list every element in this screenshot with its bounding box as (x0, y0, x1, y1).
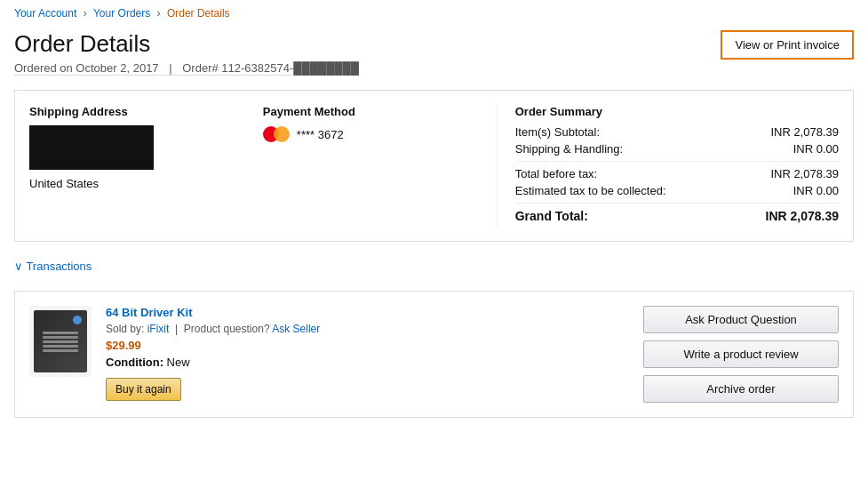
meta-sep: | (169, 61, 171, 75)
archive-order-button[interactable]: Archive order (643, 375, 839, 403)
tax-value: INR 0.00 (793, 184, 839, 197)
buy-again-button[interactable]: Buy it again (106, 378, 181, 401)
tax-label: Estimated tax to be collected: (515, 184, 666, 197)
condition-label: Condition: (106, 356, 163, 369)
subtotal-label: Item(s) Subtotal: (515, 125, 600, 139)
bit-4 (43, 345, 78, 348)
transactions-label: Transactions (26, 260, 92, 273)
transactions-link[interactable]: ∨ Transactions (14, 260, 92, 273)
breadcrumb-sep-2: › (157, 7, 163, 20)
transactions-chevron: ∨ (14, 260, 23, 273)
summary-column: Order Summary Item(s) Subtotal: INR 2,07… (497, 105, 839, 227)
order-number-label: Order# (182, 61, 218, 75)
grand-total-label: Grand Total: (515, 209, 588, 223)
shipping-column: Shipping Address United States (29, 105, 263, 227)
product-name[interactable]: 64 Bit Driver Kit (106, 306, 193, 319)
product-image-wrapper (29, 306, 92, 377)
shipping-country: United States (29, 177, 245, 190)
transactions-section: ∨ Transactions (14, 252, 854, 280)
payment-column: Payment Method **** 3672 (263, 105, 497, 227)
shipping-address-redacted (29, 125, 154, 170)
ask-seller-link[interactable]: Ask Seller (272, 323, 320, 335)
mc-yellow-circle (274, 126, 290, 142)
ordered-on: Ordered on October 2, 2017 (14, 61, 159, 75)
shipping-value: INR 0.00 (793, 142, 839, 156)
summary-row-subtotal: Item(s) Subtotal: INR 2,078.39 (515, 125, 839, 139)
summary-divider-2 (515, 203, 839, 204)
order-number-value: 112-6382574-████████ (221, 61, 359, 75)
bit-3 (43, 340, 78, 343)
product-image (34, 310, 87, 372)
payment-title: Payment Method (263, 105, 479, 118)
page-title: Order Details (14, 30, 359, 58)
invoice-button[interactable]: View or Print invoice (721, 30, 854, 60)
breadcrumb: Your Account › Your Orders › Order Detai… (0, 0, 868, 23)
product-section: 64 Bit Driver Kit Sold by: iFixit | Prod… (14, 291, 854, 418)
order-info-section: Shipping Address United States Payment M… (14, 90, 854, 242)
condition-value: New (167, 356, 190, 369)
ask-question-button[interactable]: Ask Product Question (643, 306, 839, 333)
order-meta: Ordered on October 2, 2017 | Order# 112-… (14, 58, 359, 76)
product-price: $29.99 (106, 339, 629, 352)
bit-1 (43, 332, 78, 334)
breadcrumb-account[interactable]: Your Account (14, 7, 76, 20)
subtotal-value: INR 2,078.39 (770, 125, 839, 139)
summary-row-shipping: Shipping & Handling: INR 0.00 (515, 142, 839, 156)
page-header: Order Details Ordered on October 2, 2017… (0, 23, 868, 79)
card-last4: **** 3672 (297, 128, 344, 141)
shipping-label: Shipping & Handling: (515, 142, 623, 156)
product-image-accent (73, 316, 82, 324)
pretax-label: Total before tax: (515, 167, 598, 180)
mastercard-icon (263, 125, 290, 143)
seller-link[interactable]: iFixit (147, 323, 170, 335)
write-review-button[interactable]: Write a product review (643, 340, 839, 368)
product-question-label: Product question? (184, 323, 270, 335)
summary-row-grand-total: Grand Total: INR 2,078.39 (515, 209, 839, 223)
breadcrumb-orders[interactable]: Your Orders (93, 7, 150, 20)
grand-total-value: INR 2,078.39 (766, 209, 840, 223)
product-condition: Condition: New (106, 356, 629, 369)
product-actions: Ask Product Question Write a product rev… (643, 306, 839, 403)
bit-2 (43, 336, 78, 339)
breadcrumb-current: Order Details (167, 7, 230, 20)
bit-5 (43, 349, 78, 352)
breadcrumb-sep-1: › (84, 7, 90, 20)
summary-title: Order Summary (515, 105, 839, 118)
page-title-group: Order Details Ordered on October 2, 2017… (14, 30, 359, 76)
summary-divider-1 (515, 161, 839, 162)
order-number: Order# 112-6382574-████████ (182, 61, 359, 75)
summary-row-tax: Estimated tax to be collected: INR 0.00 (515, 184, 839, 197)
payment-row: **** 3672 (263, 125, 479, 143)
pretax-value: INR 2,078.39 (770, 167, 839, 180)
sold-by-label: Sold by: (106, 323, 144, 335)
summary-row-pretax: Total before tax: INR 2,078.39 (515, 167, 839, 180)
sold-by-row: Sold by: iFixit | Product question? Ask … (106, 323, 629, 335)
product-details: 64 Bit Driver Kit Sold by: iFixit | Prod… (106, 306, 629, 401)
shipping-title: Shipping Address (29, 105, 245, 118)
